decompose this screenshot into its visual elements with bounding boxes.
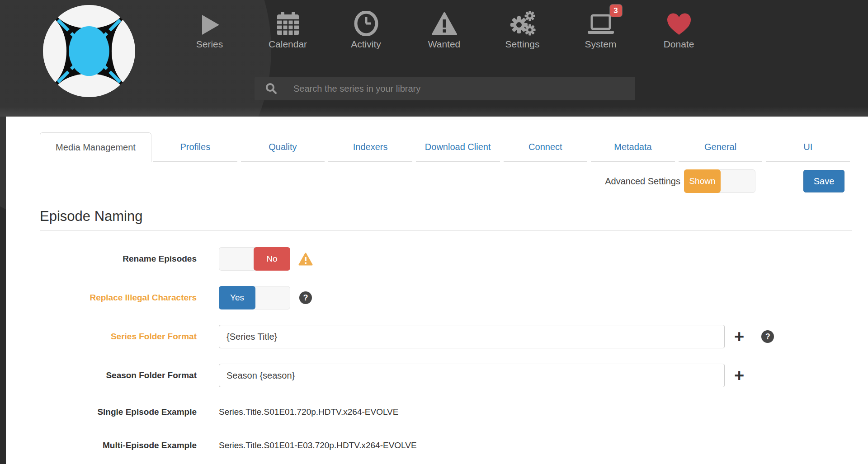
system-health-badge: 3 [610, 5, 622, 17]
calendar-icon [276, 7, 300, 36]
multi-episode-example-label: Multi-Episode Example [6, 441, 197, 450]
play-icon [199, 7, 220, 36]
save-button[interactable]: Save [803, 170, 844, 192]
sonarr-logo-icon [42, 4, 136, 98]
nav-label: Activity [351, 39, 381, 50]
tab-profiles[interactable]: Profiles [153, 132, 237, 162]
tab-quality[interactable]: Quality [241, 132, 325, 162]
single-episode-example-label: Single Episode Example [6, 407, 197, 417]
main-nav: Series Calendar [170, 7, 718, 50]
nav-label: System [585, 39, 616, 50]
series-folder-format-row: Series Folder Format + ? [6, 325, 868, 348]
replace-illegal-characters-toggle[interactable]: Yes [219, 286, 290, 309]
warning-triangle-icon [431, 7, 458, 36]
rename-episodes-label: Rename Episodes [6, 254, 197, 264]
settings-page: Media Management Profiles Quality Indexe… [6, 117, 868, 464]
tab-media-management[interactable]: Media Management [40, 132, 151, 162]
nav-item-calendar[interactable]: Calendar [249, 7, 327, 50]
multi-episode-example-value: Series.Title.S01E01-E03.720p.HDTV.x264-E… [219, 441, 417, 450]
rename-episodes-row: Rename Episodes No [6, 247, 868, 271]
rename-episodes-toggle-state: No [254, 247, 290, 271]
nav-label: Donate [664, 39, 694, 50]
advanced-settings-label: Advanced Settings [605, 176, 680, 187]
series-folder-format-label: Series Folder Format [6, 332, 197, 342]
settings-tabs: Media Management Profiles Quality Indexe… [40, 132, 852, 162]
tab-indexers[interactable]: Indexers [328, 132, 412, 162]
tab-general[interactable]: General [679, 132, 763, 162]
add-token-button[interactable]: + [734, 368, 744, 383]
nav-item-wanted[interactable]: Wanted [405, 7, 483, 50]
tab-download-client[interactable]: Download Client [416, 132, 500, 162]
season-folder-format-row: Season Folder Format + [6, 364, 868, 387]
app-header: Series Calendar [0, 0, 868, 117]
advanced-settings-toggle[interactable]: Shown [684, 169, 755, 193]
nav-label: Calendar [269, 39, 307, 50]
replace-illegal-toggle-state: Yes [219, 286, 255, 309]
tab-metadata[interactable]: Metadata [591, 132, 675, 162]
nav-item-settings[interactable]: Settings [483, 7, 561, 50]
advanced-settings-toggle-state: Shown [684, 169, 721, 193]
tab-ui[interactable]: UI [766, 132, 850, 162]
single-episode-example-row: Single Episode Example Series.Title.S01E… [6, 407, 868, 417]
gears-icon [509, 7, 536, 36]
nav-item-system[interactable]: System 3 [561, 7, 640, 50]
rename-warning-icon [298, 253, 313, 266]
multi-episode-example-row: Multi-Episode Example Series.Title.S01E0… [6, 441, 868, 450]
series-search-bar [255, 77, 635, 100]
nav-label: Wanted [428, 39, 461, 50]
sonarr-logo[interactable] [42, 4, 136, 98]
replace-illegal-characters-label: Replace Illegal Characters [6, 293, 197, 303]
episode-naming-form: Rename Episodes No Replace Illegal Chara… [6, 247, 868, 450]
search-input[interactable] [292, 83, 618, 94]
settings-toolbar: Advanced Settings Shown Save [40, 169, 844, 193]
heart-icon [666, 7, 692, 36]
nav-item-donate[interactable]: Donate [640, 7, 718, 50]
add-token-button[interactable]: + [734, 329, 744, 344]
nav-item-series[interactable]: Series [170, 7, 249, 50]
nav-label: Settings [505, 39, 540, 50]
season-folder-format-input[interactable] [219, 364, 725, 387]
series-folder-format-input[interactable] [219, 325, 725, 348]
replace-illegal-help-icon[interactable]: ? [299, 291, 312, 304]
nav-item-activity[interactable]: Activity [327, 7, 405, 50]
search-icon [265, 83, 277, 94]
nav-label: Series [196, 39, 223, 50]
season-folder-format-label: Season Folder Format [6, 370, 197, 380]
single-episode-example-value: Series.Title.S01E01.720p.HDTV.x264-EVOLV… [219, 407, 398, 417]
replace-illegal-characters-row: Replace Illegal Characters Yes ? [6, 286, 868, 309]
clock-icon [354, 7, 378, 36]
tab-connect[interactable]: Connect [504, 132, 588, 162]
series-folder-help-icon[interactable]: ? [761, 330, 774, 343]
rename-episodes-toggle[interactable]: No [219, 247, 290, 271]
section-title-episode-naming: Episode Naming [40, 208, 852, 231]
